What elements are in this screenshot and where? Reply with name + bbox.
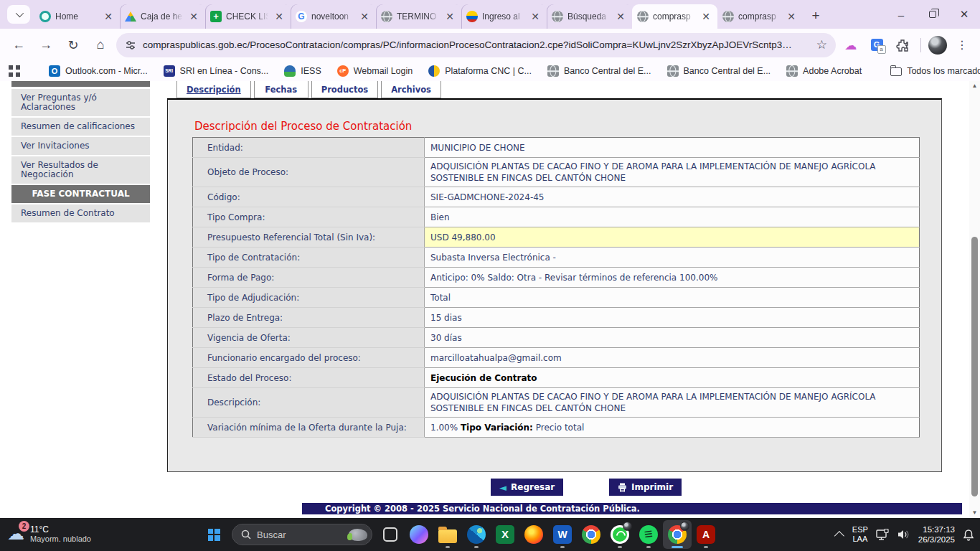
- start-button[interactable]: [199, 520, 228, 549]
- process-content-box: Descripción del Proceso de Contratación …: [167, 98, 942, 472]
- bookmark-item[interactable]: Banco Central del E...: [547, 65, 651, 77]
- row-value: Subasta Inversa Electrónica -: [425, 248, 920, 268]
- volume-icon[interactable]: [897, 529, 910, 540]
- bookmark-star-icon[interactable]: ☆: [816, 37, 827, 52]
- regresar-button[interactable]: ◄ Regresar: [491, 479, 563, 496]
- hidden-icons-chevron[interactable]: [834, 531, 844, 541]
- tab-close-icon[interactable]: ✕: [785, 11, 798, 22]
- tab-close-icon[interactable]: ✕: [273, 11, 286, 22]
- minimize-button[interactable]: –: [885, 2, 917, 27]
- clock[interactable]: 15:37:13 26/3/2025: [918, 524, 955, 545]
- bookmark-item[interactable]: Plataforma CNC | C...: [428, 65, 532, 77]
- sidebar-item[interactable]: Ver Resultados de Negociación: [11, 156, 150, 184]
- browser-tab[interactable]: comprasp ✕: [632, 4, 717, 29]
- row-label: Vigencia de Oferta:: [193, 328, 425, 348]
- tab-close-icon[interactable]: ✕: [102, 11, 115, 22]
- extensions-puzzle-icon[interactable]: [892, 34, 913, 56]
- sidebar-section-header[interactable]: FASE CONTRACTUAL: [11, 185, 150, 203]
- url-text[interactable]: compraspublicas.gob.ec/ProcesoContrataci…: [143, 39, 810, 50]
- tab-favicon-icon: [722, 11, 734, 22]
- process-tab[interactable]: Productos: [311, 81, 378, 98]
- language-indicator[interactable]: ESP LAA: [852, 525, 868, 544]
- bookmark-item[interactable]: Webmail Login: [337, 65, 413, 77]
- browser-tab[interactable]: comprasp ✕: [717, 4, 803, 29]
- home-button[interactable]: ⌂: [89, 34, 112, 57]
- browser-menu-icon[interactable]: ⋮: [951, 34, 973, 56]
- browser-tab[interactable]: Ingreso al ✕: [461, 4, 547, 29]
- tab-close-icon[interactable]: ✕: [529, 11, 542, 22]
- taskbar-app-chrome-2[interactable]: [663, 520, 692, 549]
- tab-close-icon[interactable]: ✕: [358, 11, 371, 22]
- browser-tab[interactable]: Home ✕: [34, 4, 120, 29]
- reload-button[interactable]: ↻: [62, 34, 85, 57]
- taskbar-app-firefox[interactable]: [519, 520, 548, 549]
- close-button[interactable]: ✕: [948, 2, 980, 27]
- bookmark-item[interactable]: IESS: [284, 65, 321, 77]
- process-tab[interactable]: Fechas: [254, 81, 308, 98]
- bookmark-label: IESS: [301, 66, 321, 76]
- sidebar-item[interactable]: Ver Preguntas y/ó Aclaraciones: [11, 89, 150, 116]
- bookmark-item[interactable]: Adobe Acrobat: [786, 65, 862, 77]
- browser-tab[interactable]: TERMINO ✕: [376, 4, 461, 29]
- restore-button[interactable]: [917, 2, 948, 27]
- taskbar-app-word[interactable]: [548, 520, 577, 549]
- imprimir-button[interactable]: Imprimir: [609, 479, 682, 496]
- tab-title: noveltoon: [311, 11, 354, 22]
- taskbar-search[interactable]: Buscar: [232, 524, 372, 545]
- taskbar-app-acrobat[interactable]: [692, 520, 720, 549]
- scroll-down-icon[interactable]: ▼: [969, 508, 980, 518]
- browser-tab[interactable]: Caja de he ✕: [120, 4, 205, 29]
- row-label: Variación mínima de la Oferta durante la…: [193, 418, 425, 438]
- tab-close-icon[interactable]: ✕: [614, 11, 627, 22]
- browser-tab[interactable]: Búsqueda ✕: [547, 4, 632, 29]
- back-button[interactable]: ←: [7, 34, 30, 57]
- process-info-table: Entidad: MUNICIPIO DE CHONE Objeto de Pr…: [192, 137, 920, 438]
- bookmark-item[interactable]: Outlook.com - Micr...: [49, 65, 148, 77]
- row-value: MUNICIPIO DE CHONE: [425, 138, 920, 158]
- browser-tab[interactable]: CHECK LIS ✕: [205, 4, 291, 29]
- app-avatar-badge: [680, 522, 689, 531]
- tab-search-button[interactable]: [7, 5, 30, 24]
- taskbar-app-spotify[interactable]: [634, 520, 663, 549]
- sidebar-item[interactable]: Resumen de calificaciones: [11, 118, 150, 136]
- apps-grid-icon[interactable]: [9, 65, 20, 77]
- restore-icon: [929, 11, 936, 18]
- tab-close-icon[interactable]: ✕: [443, 11, 456, 22]
- all-bookmarks-button[interactable]: Todos los marcadores: [890, 66, 980, 76]
- address-bar[interactable]: compraspublicas.gob.ec/ProcesoContrataci…: [116, 33, 836, 57]
- taskbar-app-whatsapp[interactable]: [606, 520, 634, 549]
- taskbar-app-file-explorer[interactable]: [433, 520, 462, 549]
- taskbar-app-copilot[interactable]: [405, 520, 433, 549]
- notifications-bell-icon[interactable]: [963, 529, 974, 541]
- bookmark-item[interactable]: Banco Central del E...: [667, 65, 771, 77]
- taskbar-app-chrome[interactable]: [577, 520, 606, 549]
- tab-close-icon[interactable]: ✕: [187, 11, 200, 22]
- taskbar-app-edge[interactable]: [462, 520, 491, 549]
- taskbar-app-excel[interactable]: [491, 520, 519, 549]
- row-value: marcilloatahualpa@gmail.com: [425, 348, 920, 368]
- page-scrollbar[interactable]: ▲ ▼: [969, 81, 980, 518]
- bookmark-item[interactable]: SRI en Línea - Cons...: [164, 65, 269, 77]
- tab-title: Búsqueda: [567, 11, 610, 22]
- scroll-up-icon[interactable]: ▲: [969, 81, 980, 91]
- scrollbar-thumb[interactable]: [971, 237, 978, 496]
- sidebar-item[interactable]: Ver Invitaciones: [11, 137, 150, 155]
- row-label: Objeto de Proceso:: [193, 158, 425, 187]
- running-indicator: [560, 546, 565, 548]
- printer-icon: [618, 483, 627, 492]
- process-tab[interactable]: Archivos: [381, 81, 441, 98]
- tab-close-icon[interactable]: ✕: [699, 11, 712, 22]
- taskbar-app-task-view[interactable]: [376, 520, 405, 549]
- new-tab-button[interactable]: +: [806, 6, 826, 26]
- sidebar-item[interactable]: Resumen de Contrato: [11, 204, 150, 222]
- translate-icon[interactable]: G: [866, 34, 887, 56]
- site-info-icon[interactable]: [125, 39, 136, 51]
- weather-widget[interactable]: ☁ 2 11°C Mayorm. nublado: [7, 522, 91, 546]
- running-indicator: [618, 546, 622, 548]
- process-tab[interactable]: Descripción: [176, 81, 251, 98]
- browser-tab[interactable]: noveltoon ✕: [291, 4, 376, 29]
- forward-button[interactable]: →: [34, 34, 57, 57]
- network-icon[interactable]: [876, 529, 890, 541]
- profile-avatar[interactable]: [928, 36, 947, 55]
- weather-extension-icon[interactable]: ☁: [840, 34, 862, 56]
